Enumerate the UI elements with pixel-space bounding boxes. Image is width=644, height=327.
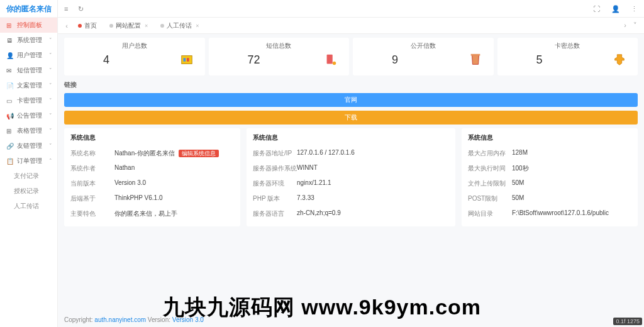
- links-title: 链接: [64, 80, 638, 89]
- footer: Copyright: auth.nanyinet.com Version: Ve…: [64, 316, 204, 323]
- info-value: ThinkPHP V6.1.0: [114, 194, 163, 203]
- sidebar-item-2[interactable]: 👤用户管理˅: [0, 48, 57, 63]
- sidebar-item-9[interactable]: 📋订单管理˄: [0, 153, 57, 169]
- info-title: 系统信息: [70, 133, 234, 142]
- info-key: 主要特色: [70, 209, 114, 218]
- chevron-icon: ˅: [49, 82, 52, 89]
- info-value: 128M: [512, 149, 528, 158]
- info-key: 服务器环境: [253, 179, 297, 188]
- info-row: 系统名称Nathan-你的匿名来信编辑系统信息: [70, 146, 234, 161]
- stat-value: 9: [392, 53, 398, 67]
- stat-title: 公开信数: [353, 42, 494, 50]
- chevron-icon: ˄: [49, 158, 52, 164]
- sidebar-item-7[interactable]: ⊞表格管理˅: [0, 123, 57, 138]
- info-row: 主要特色你的匿名来信，易上手: [70, 206, 234, 221]
- menu-icon[interactable]: ≡: [64, 5, 68, 13]
- svg-rect-1: [183, 58, 186, 62]
- refresh-icon[interactable]: ↻: [78, 5, 84, 13]
- info-title: 系统信息: [468, 133, 631, 142]
- info-value: F:\BtSoft\wwwroot\127.0.1.6/public: [512, 209, 609, 218]
- info-value: nginx/1.21.1: [297, 179, 331, 188]
- tab-label: 人工传话: [167, 21, 192, 30]
- info-row: 后端基于ThinkPHP V6.1.0: [70, 191, 234, 206]
- chevron-icon: ˅: [49, 143, 52, 149]
- info-key: POST限制: [468, 194, 512, 203]
- topbar: ≡ ↻ ⛶ 👤 ⋮: [58, 0, 644, 18]
- nav-icon: 📄: [6, 82, 14, 89]
- stat-value: 4: [103, 53, 109, 67]
- info-value: 100秒: [512, 164, 529, 173]
- info-key: 当前版本: [70, 179, 114, 188]
- info-card-2: 系统信息 服务器地址/IP127.0.1.6 / 127.0.1.6服务器操作系…: [247, 128, 455, 226]
- stat-icon: [180, 53, 194, 67]
- tab-menu-icon[interactable]: ˅: [630, 21, 640, 30]
- nav-icon: 🔗: [6, 143, 14, 150]
- sidebar-item-5[interactable]: ▭卡密管理˅: [0, 93, 57, 108]
- info-key: 最大占用内存: [468, 149, 512, 158]
- sidebar-subitem-0[interactable]: 支付记录: [0, 169, 57, 184]
- sidebar-item-8[interactable]: 🔗友链管理˅: [0, 138, 57, 153]
- edit-badge[interactable]: 编辑系统信息: [179, 150, 219, 157]
- tab-0[interactable]: 首页: [72, 18, 103, 34]
- info-key: 后端基于: [70, 194, 114, 203]
- sidebar-subitem-2[interactable]: 人工传话: [0, 199, 57, 214]
- info-row: PHP 版本7.3.33: [253, 191, 449, 206]
- sidebar-item-3[interactable]: ✉短信管理˅: [0, 63, 57, 78]
- more-icon[interactable]: ⋮: [631, 5, 638, 13]
- nav-label: 订单管理: [17, 157, 49, 165]
- info-row: 最大占用内存128M: [468, 146, 631, 161]
- nav-icon: ✉: [6, 67, 14, 74]
- info-value: WINNT: [297, 164, 318, 173]
- nav-icon: ⊞: [6, 22, 14, 29]
- info-row: 系统作者Nathan: [70, 161, 234, 176]
- sidebar-item-4[interactable]: 📄文案管理˅: [0, 78, 57, 93]
- stat-title: 用户总数: [64, 42, 205, 50]
- chevron-icon: ˅: [49, 128, 52, 134]
- tab-prev-icon[interactable]: ‹: [62, 22, 72, 30]
- footer-link[interactable]: auth.nanyinet.com: [94, 316, 146, 323]
- info-key: 服务器语言: [253, 209, 297, 218]
- info-value: Nathan: [114, 164, 135, 173]
- download-button[interactable]: 下载: [64, 111, 638, 125]
- site-button[interactable]: 官网: [64, 93, 638, 107]
- info-key: 网站目录: [468, 209, 512, 218]
- nav-label: 公告管理: [17, 111, 49, 120]
- nav-icon: ⊞: [6, 128, 14, 135]
- svg-point-4: [333, 62, 336, 65]
- close-icon[interactable]: ×: [196, 23, 199, 29]
- perf-badge: 0.1f 1275: [613, 318, 642, 325]
- tab-label: 网站配置: [116, 21, 141, 30]
- nav-icon: 📢: [6, 113, 14, 119]
- info-title: 系统信息: [253, 133, 449, 142]
- sidebar: 你的匿名来信 ⊞控制面板🖥系统管理˅👤用户管理˅✉短信管理˅📄文案管理˅▭卡密管…: [0, 0, 58, 327]
- info-value: 50M: [512, 179, 524, 188]
- sidebar-item-6[interactable]: 📢公告管理˅: [0, 108, 57, 123]
- info-row: 最大执行时间100秒: [468, 161, 631, 176]
- close-icon[interactable]: ×: [145, 23, 148, 29]
- info-key: 系统作者: [70, 164, 114, 173]
- tab-1[interactable]: 网站配置×: [103, 18, 154, 34]
- info-row: 网站目录F:\BtSoft\wwwroot\127.0.1.6/public: [468, 206, 631, 221]
- footer-version[interactable]: Version 3.0: [172, 316, 204, 323]
- sidebar-item-1[interactable]: 🖥系统管理˅: [0, 33, 57, 48]
- tab-dot-icon: [109, 24, 113, 28]
- user-icon[interactable]: 👤: [611, 5, 620, 13]
- tab-dot-icon: [160, 24, 164, 28]
- nav-icon: 📋: [6, 158, 14, 165]
- nav-label: 文案管理: [17, 81, 49, 90]
- svg-rect-3: [327, 55, 333, 64]
- info-card-1: 系统信息 系统名称Nathan-你的匿名来信编辑系统信息系统作者Nathan当前…: [64, 128, 240, 226]
- chevron-icon: ˅: [49, 37, 52, 43]
- sidebar-item-0[interactable]: ⊞控制面板: [0, 18, 57, 33]
- nav-label: 系统管理: [17, 36, 49, 45]
- info-card-3: 系统信息 最大占用内存128M最大执行时间100秒文件上传限制50MPOST限制…: [462, 128, 638, 226]
- info-row: 服务器操作系统WINNT: [253, 161, 449, 176]
- tab-2[interactable]: 人工传话×: [154, 18, 205, 34]
- chevron-icon: ˅: [49, 52, 52, 58]
- sidebar-subitem-1[interactable]: 授权记录: [0, 184, 57, 199]
- tab-next-icon[interactable]: ›: [620, 21, 630, 30]
- info-key: 服务器地址/IP: [253, 149, 297, 158]
- info-key: 服务器操作系统: [253, 164, 297, 173]
- expand-icon[interactable]: ⛶: [593, 5, 600, 13]
- content: 用户总数4短信总数72公开信数9卡密总数5 链接 官网 下载 系统信息 系统名称…: [58, 34, 644, 327]
